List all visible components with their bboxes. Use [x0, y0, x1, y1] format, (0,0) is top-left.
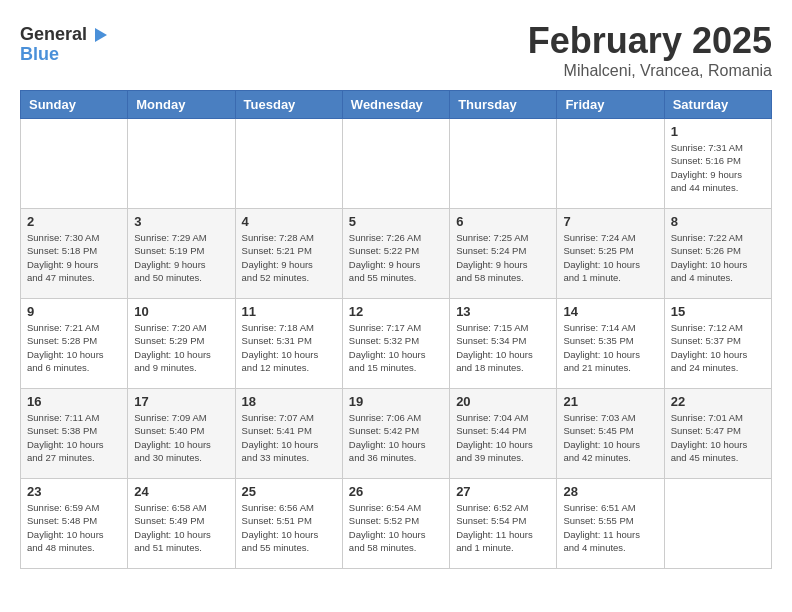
calendar-week-row: 9Sunrise: 7:21 AM Sunset: 5:28 PM Daylig…: [21, 299, 772, 389]
weekday-header: Saturday: [664, 91, 771, 119]
logo-text-general: General: [20, 24, 87, 44]
calendar-week-row: 1Sunrise: 7:31 AM Sunset: 5:16 PM Daylig…: [21, 119, 772, 209]
calendar-cell: [557, 119, 664, 209]
day-number: 2: [27, 214, 121, 229]
day-info: Sunrise: 7:09 AM Sunset: 5:40 PM Dayligh…: [134, 411, 228, 464]
day-info: Sunrise: 6:52 AM Sunset: 5:54 PM Dayligh…: [456, 501, 550, 554]
logo: General Blue: [20, 25, 107, 65]
header: General Blue February 2025 Mihalceni, Vr…: [20, 20, 772, 80]
day-info: Sunrise: 6:56 AM Sunset: 5:51 PM Dayligh…: [242, 501, 336, 554]
calendar-cell: 10Sunrise: 7:20 AM Sunset: 5:29 PM Dayli…: [128, 299, 235, 389]
calendar-cell: 17Sunrise: 7:09 AM Sunset: 5:40 PM Dayli…: [128, 389, 235, 479]
day-number: 21: [563, 394, 657, 409]
day-info: Sunrise: 7:03 AM Sunset: 5:45 PM Dayligh…: [563, 411, 657, 464]
calendar-cell: 15Sunrise: 7:12 AM Sunset: 5:37 PM Dayli…: [664, 299, 771, 389]
calendar-cell: [128, 119, 235, 209]
calendar-week-row: 2Sunrise: 7:30 AM Sunset: 5:18 PM Daylig…: [21, 209, 772, 299]
day-number: 6: [456, 214, 550, 229]
day-info: Sunrise: 7:30 AM Sunset: 5:18 PM Dayligh…: [27, 231, 121, 284]
day-number: 13: [456, 304, 550, 319]
calendar-cell: 6Sunrise: 7:25 AM Sunset: 5:24 PM Daylig…: [450, 209, 557, 299]
day-info: Sunrise: 7:21 AM Sunset: 5:28 PM Dayligh…: [27, 321, 121, 374]
calendar-cell: 9Sunrise: 7:21 AM Sunset: 5:28 PM Daylig…: [21, 299, 128, 389]
calendar-cell: 4Sunrise: 7:28 AM Sunset: 5:21 PM Daylig…: [235, 209, 342, 299]
day-number: 26: [349, 484, 443, 499]
calendar-cell: 8Sunrise: 7:22 AM Sunset: 5:26 PM Daylig…: [664, 209, 771, 299]
day-number: 22: [671, 394, 765, 409]
day-info: Sunrise: 7:20 AM Sunset: 5:29 PM Dayligh…: [134, 321, 228, 374]
calendar-cell: 2Sunrise: 7:30 AM Sunset: 5:18 PM Daylig…: [21, 209, 128, 299]
day-number: 14: [563, 304, 657, 319]
calendar-cell: [664, 479, 771, 569]
day-info: Sunrise: 6:58 AM Sunset: 5:49 PM Dayligh…: [134, 501, 228, 554]
day-number: 17: [134, 394, 228, 409]
calendar-cell: 23Sunrise: 6:59 AM Sunset: 5:48 PM Dayli…: [21, 479, 128, 569]
day-number: 5: [349, 214, 443, 229]
calendar-cell: 21Sunrise: 7:03 AM Sunset: 5:45 PM Dayli…: [557, 389, 664, 479]
day-info: Sunrise: 7:12 AM Sunset: 5:37 PM Dayligh…: [671, 321, 765, 374]
day-number: 3: [134, 214, 228, 229]
calendar-cell: 18Sunrise: 7:07 AM Sunset: 5:41 PM Dayli…: [235, 389, 342, 479]
calendar-week-row: 23Sunrise: 6:59 AM Sunset: 5:48 PM Dayli…: [21, 479, 772, 569]
calendar-cell: 13Sunrise: 7:15 AM Sunset: 5:34 PM Dayli…: [450, 299, 557, 389]
calendar-cell: 27Sunrise: 6:52 AM Sunset: 5:54 PM Dayli…: [450, 479, 557, 569]
calendar-week-row: 16Sunrise: 7:11 AM Sunset: 5:38 PM Dayli…: [21, 389, 772, 479]
weekday-header: Wednesday: [342, 91, 449, 119]
calendar-cell: 26Sunrise: 6:54 AM Sunset: 5:52 PM Dayli…: [342, 479, 449, 569]
day-info: Sunrise: 7:07 AM Sunset: 5:41 PM Dayligh…: [242, 411, 336, 464]
day-number: 10: [134, 304, 228, 319]
calendar-table: SundayMondayTuesdayWednesdayThursdayFrid…: [20, 90, 772, 569]
day-number: 1: [671, 124, 765, 139]
calendar-cell: 14Sunrise: 7:14 AM Sunset: 5:35 PM Dayli…: [557, 299, 664, 389]
day-info: Sunrise: 6:59 AM Sunset: 5:48 PM Dayligh…: [27, 501, 121, 554]
day-number: 28: [563, 484, 657, 499]
weekday-header: Tuesday: [235, 91, 342, 119]
weekday-header: Monday: [128, 91, 235, 119]
day-number: 18: [242, 394, 336, 409]
weekday-header-row: SundayMondayTuesdayWednesdayThursdayFrid…: [21, 91, 772, 119]
calendar-cell: 22Sunrise: 7:01 AM Sunset: 5:47 PM Dayli…: [664, 389, 771, 479]
day-info: Sunrise: 7:17 AM Sunset: 5:32 PM Dayligh…: [349, 321, 443, 374]
day-info: Sunrise: 7:14 AM Sunset: 5:35 PM Dayligh…: [563, 321, 657, 374]
day-number: 20: [456, 394, 550, 409]
calendar-cell: 3Sunrise: 7:29 AM Sunset: 5:19 PM Daylig…: [128, 209, 235, 299]
calendar-cell: [450, 119, 557, 209]
day-number: 19: [349, 394, 443, 409]
day-number: 23: [27, 484, 121, 499]
day-number: 8: [671, 214, 765, 229]
calendar-subtitle: Mihalceni, Vrancea, Romania: [528, 62, 772, 80]
day-number: 7: [563, 214, 657, 229]
day-info: Sunrise: 6:54 AM Sunset: 5:52 PM Dayligh…: [349, 501, 443, 554]
day-info: Sunrise: 7:29 AM Sunset: 5:19 PM Dayligh…: [134, 231, 228, 284]
day-info: Sunrise: 7:11 AM Sunset: 5:38 PM Dayligh…: [27, 411, 121, 464]
logo-text-blue: Blue: [20, 45, 107, 65]
calendar-cell: 5Sunrise: 7:26 AM Sunset: 5:22 PM Daylig…: [342, 209, 449, 299]
day-info: Sunrise: 7:24 AM Sunset: 5:25 PM Dayligh…: [563, 231, 657, 284]
calendar-cell: 7Sunrise: 7:24 AM Sunset: 5:25 PM Daylig…: [557, 209, 664, 299]
day-number: 16: [27, 394, 121, 409]
calendar-cell: 12Sunrise: 7:17 AM Sunset: 5:32 PM Dayli…: [342, 299, 449, 389]
calendar-cell: 25Sunrise: 6:56 AM Sunset: 5:51 PM Dayli…: [235, 479, 342, 569]
day-number: 15: [671, 304, 765, 319]
day-info: Sunrise: 7:28 AM Sunset: 5:21 PM Dayligh…: [242, 231, 336, 284]
calendar-title: February 2025: [528, 20, 772, 62]
day-info: Sunrise: 7:15 AM Sunset: 5:34 PM Dayligh…: [456, 321, 550, 374]
calendar-cell: 1Sunrise: 7:31 AM Sunset: 5:16 PM Daylig…: [664, 119, 771, 209]
day-number: 11: [242, 304, 336, 319]
day-info: Sunrise: 7:01 AM Sunset: 5:47 PM Dayligh…: [671, 411, 765, 464]
calendar-cell: [21, 119, 128, 209]
day-info: Sunrise: 7:04 AM Sunset: 5:44 PM Dayligh…: [456, 411, 550, 464]
calendar-cell: 28Sunrise: 6:51 AM Sunset: 5:55 PM Dayli…: [557, 479, 664, 569]
day-info: Sunrise: 7:06 AM Sunset: 5:42 PM Dayligh…: [349, 411, 443, 464]
calendar-cell: 16Sunrise: 7:11 AM Sunset: 5:38 PM Dayli…: [21, 389, 128, 479]
day-info: Sunrise: 7:18 AM Sunset: 5:31 PM Dayligh…: [242, 321, 336, 374]
day-info: Sunrise: 7:31 AM Sunset: 5:16 PM Dayligh…: [671, 141, 765, 194]
day-number: 27: [456, 484, 550, 499]
calendar-cell: 11Sunrise: 7:18 AM Sunset: 5:31 PM Dayli…: [235, 299, 342, 389]
weekday-header: Friday: [557, 91, 664, 119]
calendar-cell: [342, 119, 449, 209]
day-info: Sunrise: 7:26 AM Sunset: 5:22 PM Dayligh…: [349, 231, 443, 284]
calendar-cell: 19Sunrise: 7:06 AM Sunset: 5:42 PM Dayli…: [342, 389, 449, 479]
day-number: 12: [349, 304, 443, 319]
calendar-cell: 20Sunrise: 7:04 AM Sunset: 5:44 PM Dayli…: [450, 389, 557, 479]
